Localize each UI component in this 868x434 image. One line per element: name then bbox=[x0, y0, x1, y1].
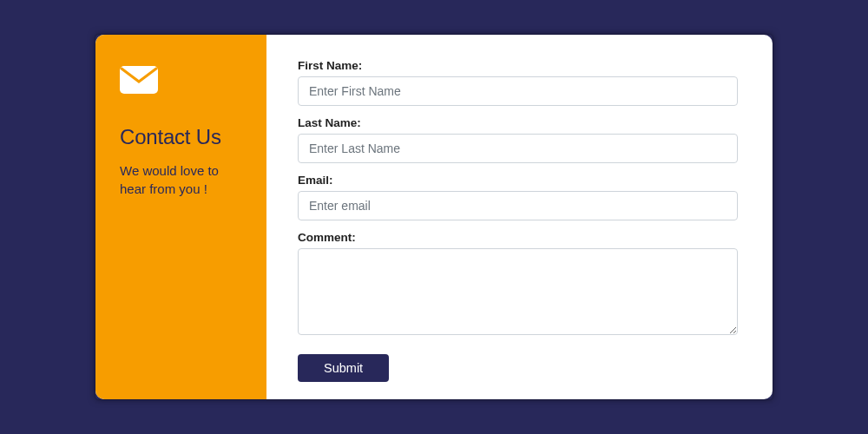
first-name-input[interactable] bbox=[298, 76, 738, 106]
first-name-label: First Name: bbox=[298, 59, 738, 72]
contact-sidebar: Contact Us We would love to hear from yo… bbox=[95, 35, 266, 399]
contact-title: Contact Us bbox=[120, 125, 246, 149]
email-label: Email: bbox=[298, 174, 738, 187]
envelope-icon bbox=[120, 66, 158, 94]
contact-form: First Name: Last Name: Email: Comment: S… bbox=[266, 35, 773, 399]
submit-button[interactable]: Submit bbox=[298, 354, 389, 382]
comment-textarea[interactable] bbox=[298, 248, 738, 335]
email-input[interactable] bbox=[298, 191, 738, 220]
last-name-input[interactable] bbox=[298, 134, 738, 163]
contact-card: Contact Us We would love to hear from yo… bbox=[95, 35, 773, 399]
last-name-label: Last Name: bbox=[298, 116, 738, 129]
contact-description: We would love to hear from you ! bbox=[120, 161, 246, 198]
comment-label: Comment: bbox=[298, 231, 738, 244]
